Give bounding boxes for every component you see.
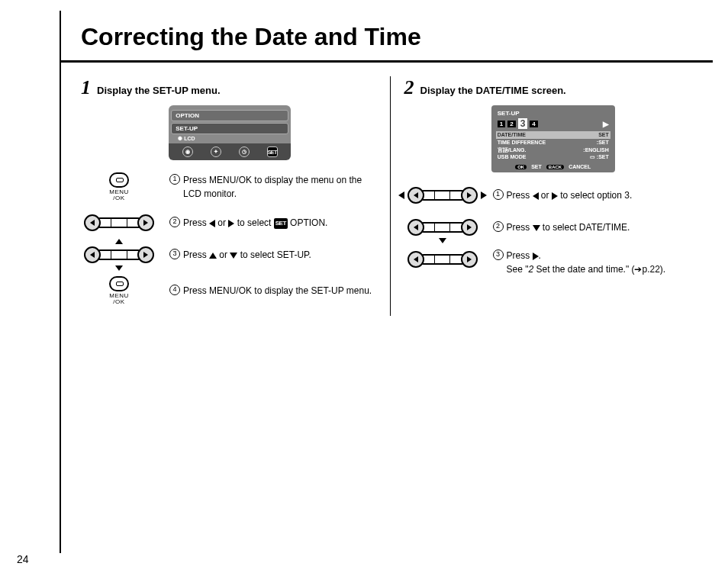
tab-4: 4: [530, 121, 537, 127]
menu-ok-label-2: MENU/OK: [109, 293, 129, 305]
dpad-horizontal-2: [407, 249, 478, 270]
camera-icon: ◉: [182, 146, 193, 157]
dpad-up-icon: [115, 239, 123, 244]
row-usb: USB MODE▭ :SET: [498, 153, 609, 161]
step1-item4: MENU/OK 4Press MENU/OK to display the SE…: [81, 276, 379, 305]
step2-item1: 1 Press or to select option 3.: [404, 185, 703, 206]
step2-text1: Press or to select option 3.: [507, 188, 633, 202]
menu-ok-label: MENU/OK: [109, 189, 129, 201]
step-2-head: 2 Display the DATE/TIME screen.: [404, 76, 703, 99]
bullet-3: 3: [169, 249, 180, 259]
s2-bullet-2: 2: [493, 221, 504, 232]
step1-text1: Press MENU/OK to display the menu on the…: [183, 173, 379, 201]
menu-ok-button-2: MENU/OK: [109, 276, 129, 305]
step1-item2: 2 Press or to select SET OPTION.: [81, 212, 379, 233]
screen2-tabs: 1 2 3 4 ▶: [498, 118, 609, 129]
back-pill: BACK: [546, 165, 564, 169]
step1-item1: MENU/OK 1Press MENU/OK to display the me…: [81, 172, 379, 201]
outer-right-arrow-icon: [481, 191, 487, 199]
setup-menu-screen: OPTION SET-UP ✺ LCD ◉ ✦ ◷ SET: [169, 105, 291, 160]
step2-text2: Press to select DATE/TIME.: [507, 220, 630, 234]
screen-line-option: OPTION: [171, 110, 288, 121]
screen-icon-bar: ◉ ✦ ◷ SET: [169, 143, 291, 160]
tab-2: 2: [507, 121, 515, 127]
step1-text2: Press or to select SET OPTION.: [183, 216, 327, 230]
dpad-right-icon: [137, 214, 154, 231]
step2-screen-wrap: SET-UP 1 2 3 4 ▶ DATE/TIMESET TIME DIFFE…: [404, 105, 703, 172]
set-icon: SET: [267, 146, 278, 157]
screen-line-lcd: ✺ LCD: [169, 136, 291, 142]
step2-item2: 2 Press to select DATE/TIME.: [404, 217, 703, 238]
menu-ok-icon-2: [109, 276, 129, 291]
bullet-2: 2: [169, 217, 180, 227]
step1-item3: 3 Press or to select SET-UP.: [81, 244, 379, 265]
row-datetime: DATE/TIMESET: [496, 131, 610, 139]
page-title: Correcting the Date and Time: [81, 23, 699, 51]
step-2-column: 2 Display the DATE/TIME screen. SET-UP 1…: [394, 76, 714, 316]
s2-bullet-1: 1: [493, 189, 504, 200]
step-1-title: Display the SET-UP menu.: [97, 85, 221, 96]
dpad-right-cap3: [461, 219, 478, 236]
outer-left-arrow-icon: [398, 191, 404, 199]
bullet-4: 4: [169, 285, 180, 295]
title-bar: Correcting the Date and Time: [61, 11, 713, 63]
dpad-out-arrows: [407, 185, 478, 206]
dpad-down-icon-2: [439, 238, 446, 243]
step2-text3: Press . See "2 Set the date and time." (…: [507, 249, 666, 276]
step1-screen-wrap: OPTION SET-UP ✺ LCD ◉ ✦ ◷ SET: [81, 105, 379, 160]
dpad-right-cap2: [461, 187, 478, 204]
row-timediff: TIME DIFFERENCE:SET: [498, 139, 609, 146]
step-number-2: 2: [404, 76, 414, 99]
columns: 1 Display the SET-UP menu. OPTION SET-UP…: [61, 63, 713, 316]
right-arrow-icon-2: [552, 192, 558, 200]
left-arrow-icon: [209, 220, 215, 227]
step-number-1: 1: [81, 76, 91, 99]
down-arrow-icon-2: [533, 225, 540, 231]
dpad-vertical: [84, 244, 154, 265]
menu-ok-icon: [109, 172, 129, 188]
step-1-head: 1 Display the SET-UP menu.: [81, 76, 379, 99]
dpad-horizontal: [84, 212, 154, 233]
dpad-left-cap4: [407, 251, 424, 268]
set-badge-icon: SET: [274, 218, 288, 229]
step-1-column: 1 Display the SET-UP menu. OPTION SET-UP…: [70, 76, 390, 316]
row-lang: 言語/LANG.:ENGLISH: [498, 146, 609, 154]
dpad-left-cap3: [407, 219, 424, 236]
tab-3-active: 3: [518, 118, 528, 129]
dpad-down-icon: [115, 265, 123, 271]
column-divider: [390, 76, 391, 316]
tab-1: 1: [498, 121, 505, 127]
step2-item3: 3 Press . See "2 Set the date and time."…: [404, 249, 703, 276]
manual-page: Correcting the Date and Time 1 Display t…: [60, 11, 713, 553]
dpad-left-cap: [84, 246, 101, 263]
dpad-down-only: [407, 217, 478, 238]
bullet-1: 1: [169, 174, 180, 185]
s2-bullet-3: 3: [493, 249, 504, 260]
dpad-right-cap4: [461, 251, 478, 268]
ok-pill: OK: [515, 165, 527, 169]
dpad-left-cap2: [407, 187, 424, 204]
timer-icon: ◷: [239, 146, 250, 157]
step-2-title: Display the DATE/TIME screen.: [420, 85, 566, 96]
down-arrow-icon: [230, 253, 237, 259]
screen2-header: SET-UP: [498, 110, 609, 117]
screen-line-setup: SET-UP: [171, 123, 288, 134]
flash-icon: ✦: [211, 146, 221, 157]
page-number: 24: [17, 553, 29, 565]
step1-text4: Press MENU/OK to display the SET-UP menu…: [183, 284, 372, 298]
datetime-screen: SET-UP 1 2 3 4 ▶ DATE/TIMESET TIME DIFFE…: [491, 105, 615, 172]
menu-ok-button: MENU/OK: [109, 172, 129, 201]
screen2-footer: OKSET BACKCANCEL: [498, 164, 609, 169]
dpad-left-icon: [84, 214, 101, 231]
dpad-right-cap: [137, 246, 154, 263]
step1-text3: Press or to select SET-UP.: [183, 248, 311, 262]
tab-more-icon: ▶: [603, 120, 609, 128]
left-arrow-icon-2: [533, 192, 539, 200]
right-arrow-icon-3: [533, 253, 539, 260]
up-arrow-icon: [209, 253, 217, 259]
